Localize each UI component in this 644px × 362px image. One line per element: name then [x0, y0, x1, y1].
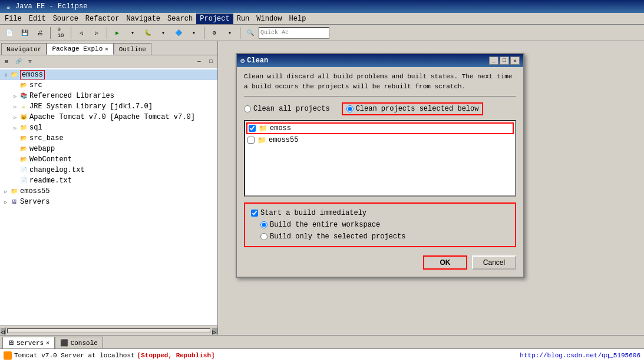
scroll-thumb[interactable] — [7, 328, 210, 333]
dialog-maximize-button[interactable]: □ — [500, 57, 509, 65]
checkbox-start-build[interactable] — [251, 210, 258, 217]
title-bar: ☕ Java EE - Eclipse — [0, 0, 644, 13]
project-item-emoss[interactable]: 📁 emoss — [246, 122, 514, 134]
profile-button[interactable]: 🔷 — [171, 26, 186, 39]
back-button[interactable]: ◁ — [74, 26, 88, 39]
tree-item-webcontent[interactable]: 📂 WebContent — [0, 154, 217, 165]
forward-button[interactable]: ▷ — [90, 26, 104, 39]
tab-outline[interactable]: Outline — [114, 43, 151, 55]
ok-button[interactable]: OK — [423, 255, 467, 270]
radio-clean-all[interactable] — [244, 105, 251, 112]
new-button[interactable]: 📄 — [2, 26, 16, 39]
close-servers-tab-icon[interactable]: ✕ — [46, 340, 49, 346]
expand-src-icon — [12, 82, 19, 89]
expand-emoss-icon[interactable]: ▽ — [2, 71, 9, 78]
tree-item-ref-libs[interactable]: ▷ 📚 Referenced Libraries — [0, 91, 217, 101]
expand-reflibs-icon[interactable]: ▷ — [12, 92, 19, 99]
save-button[interactable]: 💾 — [18, 26, 32, 39]
option-clean-all[interactable]: Clean all projects — [244, 105, 330, 113]
folder-icon-srcbase: 📂 — [19, 134, 28, 143]
build-option-start-immediately[interactable]: Start a build immediately — [251, 207, 509, 219]
tree-item-readme[interactable]: 📄 readme.txt — [0, 175, 217, 186]
checkbox-emoss[interactable] — [249, 125, 256, 132]
jre-icon: ☕ — [19, 102, 28, 111]
ext-tools-dropdown[interactable]: ▾ — [223, 26, 237, 39]
expand-servers-icon[interactable]: ▷ — [2, 198, 9, 205]
tree-item-changelog[interactable]: 📄 changelog.txt — [0, 165, 217, 175]
run-button[interactable]: ▶ — [110, 26, 124, 39]
tree-item-jre[interactable]: ▷ ☕ JRE System Library [jdk1.7.0] — [0, 101, 217, 112]
option-clean-selected-label: Clean projects selected below — [356, 105, 479, 113]
tree-toolbar: ⊟ 🔗 ▽ ─ □ — [0, 55, 217, 68]
tree-item-src[interactable]: 📂 src — [0, 80, 217, 91]
status-tab-console[interactable]: ⬛ Console — [55, 337, 103, 348]
scroll-left-button[interactable]: ◁ — [0, 327, 6, 334]
collapse-all-button[interactable]: ⊟ — [1, 57, 12, 67]
menu-run[interactable]: Run — [233, 14, 253, 24]
run-dropdown[interactable]: ▾ — [126, 26, 140, 39]
folder-icon-webcontent: 📂 — [19, 155, 28, 164]
tree-item-sql[interactable]: ▷ 📁 sql — [0, 122, 217, 133]
cancel-button[interactable]: Cancel — [472, 255, 516, 270]
tree-item-servers[interactable]: ▷ 🖥 Servers — [0, 197, 217, 207]
tree-item-emoss[interactable]: ▽ 📁 emoss — [0, 69, 217, 80]
radio-clean-selected[interactable] — [346, 105, 354, 112]
link-editor-button[interactable]: 🔗 — [13, 57, 24, 67]
menu-window[interactable]: Window — [253, 14, 285, 24]
dialog-close-button[interactable]: ✕ — [510, 57, 520, 65]
build-option-selected-only[interactable]: Build only the selected projects — [251, 231, 509, 243]
debug-run-button[interactable]: 🐛 — [141, 26, 155, 39]
minimize-panel-button[interactable]: ─ — [194, 57, 204, 67]
build-option-entire-workspace[interactable]: Build the entire workspace — [251, 219, 509, 231]
tab-navigator[interactable]: Navigator — [1, 43, 47, 55]
window-title: Java EE - Eclipse — [15, 2, 87, 11]
debug-button[interactable]: 010 — [54, 26, 68, 39]
search-button[interactable]: 🔍 — [243, 26, 257, 39]
projects-list: 📁 emoss 📁 emoss55 — [244, 120, 516, 197]
menu-source[interactable]: Source — [49, 14, 82, 24]
view-menu-button[interactable]: ▽ — [25, 57, 35, 67]
clean-dialog: ⚙ Clean _ □ ✕ Clean will discard all bui… — [236, 53, 524, 278]
project-label-emoss55: emoss55 — [269, 136, 298, 144]
file-icon-changelog: 📄 — [19, 165, 28, 175]
horizontal-scrollbar[interactable]: ◁ ▷ — [0, 326, 217, 335]
tree-item-emoss55[interactable]: ▷ 📁 emoss55 — [0, 186, 217, 197]
print-button[interactable]: 🖨 — [33, 26, 47, 39]
debug-dropdown[interactable]: ▾ — [156, 26, 170, 39]
ext-tools-button[interactable]: ⚙ — [207, 26, 222, 39]
radio-build-entire[interactable] — [260, 221, 267, 228]
tree-label-src: src — [29, 81, 42, 89]
folder-icon-src: 📂 — [19, 81, 28, 90]
expand-sql-icon[interactable]: ▷ — [12, 124, 19, 131]
menu-project[interactable]: Project — [196, 14, 233, 24]
dialog-minimize-button[interactable]: _ — [489, 57, 498, 65]
scroll-right-button[interactable]: ▷ — [212, 327, 217, 334]
profile-dropdown[interactable]: ▾ — [187, 26, 201, 39]
menu-navigate[interactable]: Navigate — [123, 14, 164, 24]
menu-help[interactable]: Help — [286, 14, 310, 24]
center-area: ⚙ Clean _ □ ✕ Clean will discard all bui… — [218, 41, 644, 335]
maximize-panel-button[interactable]: □ — [206, 57, 216, 67]
quick-access-input[interactable]: Quick Ac — [259, 27, 329, 39]
checkbox-emoss55[interactable] — [247, 137, 255, 144]
option-clean-selected[interactable]: Clean projects selected below — [342, 102, 484, 115]
expand-emoss55-icon[interactable]: ▷ — [2, 188, 9, 195]
menu-file[interactable]: File — [1, 14, 25, 24]
expand-jre-icon[interactable]: ▷ — [12, 103, 19, 110]
close-package-explorer-icon[interactable]: ✕ — [105, 46, 108, 52]
tree-item-src-base[interactable]: 📂 src_base — [0, 133, 217, 144]
status-url: http://blog.csdn.net/qq_5195606 — [520, 352, 640, 359]
menu-refactor[interactable]: Refactor — [82, 14, 123, 24]
menu-search[interactable]: Search — [164, 14, 196, 24]
tab-package-explorer[interactable]: Package Explo ✕ — [47, 43, 113, 55]
menu-edit[interactable]: Edit — [25, 14, 49, 24]
expand-srcbase-icon — [12, 135, 19, 142]
status-tab-servers[interactable]: 🖥 Servers ✕ — [2, 337, 55, 348]
dialog-content: Clean will discard all build problems an… — [237, 67, 523, 277]
radio-build-selected[interactable] — [260, 233, 267, 240]
expand-tomcat-icon[interactable]: ▷ — [12, 114, 19, 121]
tree-item-tomcat[interactable]: ▷ 🐱 Apache Tomcat v7.0 [Apache Tomcat v7… — [0, 112, 217, 122]
status-tabs: 🖥 Servers ✕ ⬛ Console — [0, 336, 644, 349]
project-item-emoss55[interactable]: 📁 emoss55 — [246, 134, 514, 146]
tree-item-webapp[interactable]: 📂 webapp — [0, 144, 217, 154]
